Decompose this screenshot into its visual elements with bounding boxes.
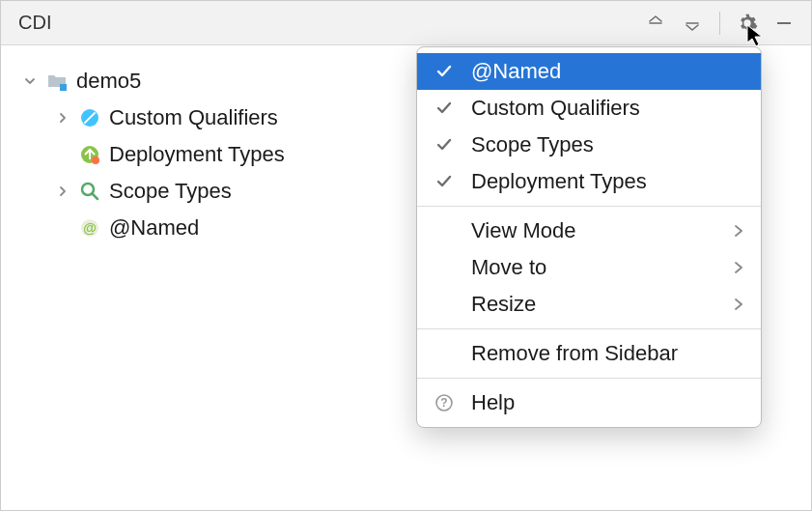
menu-item-label: @Named <box>471 59 743 84</box>
menu-separator <box>417 378 761 379</box>
menu-resize[interactable]: Resize <box>417 286 761 323</box>
folder-icon <box>45 70 69 93</box>
check-icon <box>417 136 471 154</box>
menu-item-label: Deployment Types <box>471 169 743 194</box>
menu-view-mode[interactable]: View Mode <box>417 213 761 249</box>
menu-toggle-scope-types[interactable]: Scope Types <box>417 127 761 163</box>
menu-item-label: Move to <box>471 255 734 280</box>
chevron-right-icon <box>55 112 70 124</box>
tree-root-label: demo5 <box>76 69 141 94</box>
deployment-icon <box>78 143 101 166</box>
menu-remove-from-sidebar[interactable]: Remove from Sidebar <box>417 335 761 372</box>
menu-item-label: View Mode <box>471 218 734 243</box>
chevron-right-icon <box>734 218 743 243</box>
at-icon: @ <box>78 216 101 240</box>
menu-toggle-deployment-types[interactable]: Deployment Types <box>417 163 761 200</box>
chevron-right-icon <box>734 292 743 317</box>
minimize-button[interactable] <box>769 8 799 39</box>
svg-point-5 <box>92 156 99 164</box>
menu-item-label: Help <box>471 390 743 415</box>
panel-title: CDI <box>18 12 640 34</box>
check-icon <box>417 173 471 190</box>
menu-item-label: Scope Types <box>471 132 743 157</box>
help-icon: ? <box>417 393 471 412</box>
svg-line-7 <box>93 194 98 200</box>
check-icon <box>417 99 471 117</box>
settings-button[interactable] <box>732 8 763 39</box>
toolbar: CDI <box>1 1 811 45</box>
settings-menu: @Named Custom Qualifiers Scope Types Dep… <box>416 46 762 428</box>
check-icon <box>417 63 471 80</box>
tree-item-label: Scope Types <box>109 179 232 204</box>
svg-rect-1 <box>60 84 67 91</box>
menu-toggle-named[interactable]: @Named <box>417 53 761 90</box>
toolbar-actions <box>640 8 799 39</box>
tree-item-label: Custom Qualifiers <box>109 105 278 130</box>
toolbar-separator <box>719 12 720 35</box>
menu-separator <box>417 206 761 207</box>
collapse-all-button[interactable] <box>677 8 708 39</box>
svg-text:?: ? <box>440 396 447 410</box>
tree-item-label: Deployment Types <box>109 142 285 167</box>
svg-text:@: @ <box>83 220 97 236</box>
svg-rect-0 <box>777 22 791 24</box>
gear-icon <box>737 13 758 34</box>
expand-all-button[interactable] <box>640 8 671 39</box>
minimize-icon <box>775 14 793 32</box>
menu-item-label: Custom Qualifiers <box>471 96 743 121</box>
menu-move-to[interactable]: Move to <box>417 249 761 286</box>
menu-toggle-custom-qualifiers[interactable]: Custom Qualifiers <box>417 90 761 127</box>
chevron-right-icon <box>734 255 743 280</box>
menu-separator <box>417 328 761 329</box>
tree-item-label: @Named <box>109 215 199 241</box>
menu-item-label: Resize <box>471 292 734 317</box>
menu-help[interactable]: ? Help <box>417 384 761 421</box>
chevron-right-icon <box>55 185 70 197</box>
chevron-down-icon <box>22 75 38 87</box>
qualifier-icon <box>78 106 101 129</box>
menu-item-label: Remove from Sidebar <box>471 341 743 366</box>
scope-icon <box>78 180 101 203</box>
